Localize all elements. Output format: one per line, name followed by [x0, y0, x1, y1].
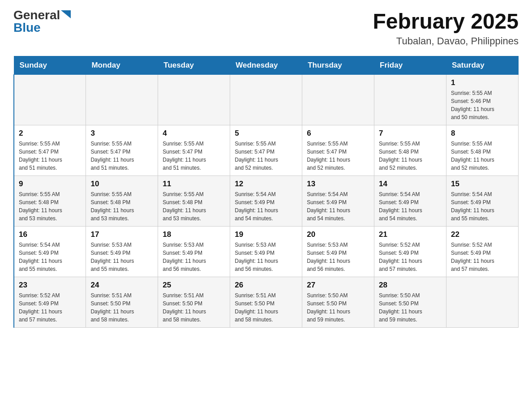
day-info: Sunrise: 5:51 AM Sunset: 5:50 PM Dayligh… — [90, 291, 153, 324]
day-number: 23 — [19, 281, 81, 290]
calendar-cell: 2Sunrise: 5:55 AM Sunset: 5:47 PM Daylig… — [14, 125, 86, 176]
page-header: General Blue February 2025 Tubalan, Dava… — [13, 9, 519, 47]
day-number: 28 — [379, 281, 442, 290]
day-info: Sunrise: 5:55 AM Sunset: 5:47 PM Dayligh… — [235, 140, 297, 172]
day-number: 2 — [19, 129, 81, 138]
day-number: 7 — [379, 129, 442, 138]
day-number: 11 — [163, 180, 225, 188]
location-title: Tubalan, Davao, Philippines — [373, 35, 519, 47]
day-info: Sunrise: 5:54 AM Sunset: 5:49 PM Dayligh… — [307, 190, 369, 223]
day-info: Sunrise: 5:55 AM Sunset: 5:48 PM Dayligh… — [451, 140, 514, 172]
weekday-header-saturday: Saturday — [446, 56, 519, 75]
day-number: 1 — [451, 78, 514, 87]
day-info: Sunrise: 5:54 AM Sunset: 5:49 PM Dayligh… — [19, 241, 81, 273]
weekday-header-monday: Monday — [86, 56, 158, 75]
day-info: Sunrise: 5:55 AM Sunset: 5:48 PM Dayligh… — [90, 190, 153, 223]
calendar-cell: 3Sunrise: 5:55 AM Sunset: 5:47 PM Daylig… — [86, 125, 158, 176]
day-number: 14 — [379, 180, 442, 188]
day-number: 20 — [307, 230, 369, 239]
weekday-header-sunday: Sunday — [14, 56, 86, 75]
calendar-cell: 17Sunrise: 5:53 AM Sunset: 5:49 PM Dayli… — [86, 227, 158, 277]
week-row-2: 2Sunrise: 5:55 AM Sunset: 5:47 PM Daylig… — [14, 125, 519, 176]
week-row-4: 16Sunrise: 5:54 AM Sunset: 5:49 PM Dayli… — [14, 227, 519, 277]
calendar-cell — [302, 75, 374, 125]
calendar-cell: 4Sunrise: 5:55 AM Sunset: 5:47 PM Daylig… — [158, 125, 230, 176]
day-info: Sunrise: 5:51 AM Sunset: 5:50 PM Dayligh… — [163, 291, 225, 324]
day-number: 9 — [19, 180, 81, 188]
svg-marker-0 — [61, 10, 71, 18]
calendar-cell: 23Sunrise: 5:52 AM Sunset: 5:49 PM Dayli… — [14, 277, 86, 328]
calendar-cell — [374, 75, 446, 125]
weekday-header-wednesday: Wednesday — [230, 56, 302, 75]
day-number: 27 — [307, 281, 369, 290]
week-row-5: 23Sunrise: 5:52 AM Sunset: 5:49 PM Dayli… — [14, 277, 519, 328]
day-number: 12 — [235, 180, 297, 188]
calendar-cell: 15Sunrise: 5:54 AM Sunset: 5:49 PM Dayli… — [446, 176, 519, 227]
calendar-cell: 14Sunrise: 5:54 AM Sunset: 5:49 PM Dayli… — [374, 176, 446, 227]
day-number: 24 — [90, 281, 153, 290]
day-number: 16 — [19, 230, 81, 239]
calendar-cell: 24Sunrise: 5:51 AM Sunset: 5:50 PM Dayli… — [86, 277, 158, 328]
day-number: 21 — [379, 230, 442, 239]
calendar-cell: 6Sunrise: 5:55 AM Sunset: 5:47 PM Daylig… — [302, 125, 374, 176]
calendar-cell: 20Sunrise: 5:53 AM Sunset: 5:49 PM Dayli… — [302, 227, 374, 277]
day-info: Sunrise: 5:54 AM Sunset: 5:49 PM Dayligh… — [235, 190, 297, 223]
calendar-cell — [86, 75, 158, 125]
day-number: 17 — [90, 230, 153, 239]
calendar-table: SundayMondayTuesdayWednesdayThursdayFrid… — [13, 56, 519, 328]
day-info: Sunrise: 5:55 AM Sunset: 5:48 PM Dayligh… — [379, 140, 442, 172]
day-info: Sunrise: 5:52 AM Sunset: 5:49 PM Dayligh… — [451, 241, 514, 273]
day-number: 13 — [307, 180, 369, 188]
logo-blue-text: Blue — [13, 21, 41, 34]
day-number: 19 — [235, 230, 297, 239]
day-number: 4 — [163, 129, 225, 138]
day-info: Sunrise: 5:53 AM Sunset: 5:49 PM Dayligh… — [307, 241, 369, 273]
day-number: 8 — [451, 129, 514, 138]
day-info: Sunrise: 5:54 AM Sunset: 5:49 PM Dayligh… — [379, 190, 442, 223]
day-number: 22 — [451, 230, 514, 239]
calendar-cell: 18Sunrise: 5:53 AM Sunset: 5:49 PM Dayli… — [158, 227, 230, 277]
calendar-cell: 16Sunrise: 5:54 AM Sunset: 5:49 PM Dayli… — [14, 227, 86, 277]
weekday-header-friday: Friday — [374, 56, 446, 75]
calendar-cell: 5Sunrise: 5:55 AM Sunset: 5:47 PM Daylig… — [230, 125, 302, 176]
calendar-cell — [446, 277, 519, 328]
day-info: Sunrise: 5:55 AM Sunset: 5:47 PM Dayligh… — [163, 140, 225, 172]
day-number: 15 — [451, 180, 514, 188]
calendar-cell: 25Sunrise: 5:51 AM Sunset: 5:50 PM Dayli… — [158, 277, 230, 328]
calendar-cell — [230, 75, 302, 125]
calendar-cell: 12Sunrise: 5:54 AM Sunset: 5:49 PM Dayli… — [230, 176, 302, 227]
month-title: February 2025 — [373, 9, 519, 34]
day-info: Sunrise: 5:53 AM Sunset: 5:49 PM Dayligh… — [235, 241, 297, 273]
week-row-1: 1Sunrise: 5:55 AM Sunset: 5:46 PM Daylig… — [14, 75, 519, 125]
logo: General Blue — [13, 9, 71, 34]
day-info: Sunrise: 5:55 AM Sunset: 5:46 PM Dayligh… — [451, 89, 514, 121]
day-number: 6 — [307, 129, 369, 138]
calendar-cell: 9Sunrise: 5:55 AM Sunset: 5:48 PM Daylig… — [14, 176, 86, 227]
weekday-header-tuesday: Tuesday — [158, 56, 230, 75]
calendar-cell: 21Sunrise: 5:52 AM Sunset: 5:49 PM Dayli… — [374, 227, 446, 277]
week-row-3: 9Sunrise: 5:55 AM Sunset: 5:48 PM Daylig… — [14, 176, 519, 227]
day-number: 3 — [90, 129, 153, 138]
calendar-cell: 8Sunrise: 5:55 AM Sunset: 5:48 PM Daylig… — [446, 125, 519, 176]
logo-general-text: General — [13, 9, 60, 21]
day-info: Sunrise: 5:52 AM Sunset: 5:49 PM Dayligh… — [379, 241, 442, 273]
day-info: Sunrise: 5:55 AM Sunset: 5:48 PM Dayligh… — [163, 190, 225, 223]
day-info: Sunrise: 5:53 AM Sunset: 5:49 PM Dayligh… — [163, 241, 225, 273]
weekday-header-thursday: Thursday — [302, 56, 374, 75]
day-info: Sunrise: 5:55 AM Sunset: 5:47 PM Dayligh… — [307, 140, 369, 172]
day-info: Sunrise: 5:53 AM Sunset: 5:49 PM Dayligh… — [90, 241, 153, 273]
calendar-cell: 1Sunrise: 5:55 AM Sunset: 5:46 PM Daylig… — [446, 75, 519, 125]
day-number: 18 — [163, 230, 225, 239]
day-number: 5 — [235, 129, 297, 138]
day-info: Sunrise: 5:50 AM Sunset: 5:50 PM Dayligh… — [307, 291, 369, 324]
day-info: Sunrise: 5:52 AM Sunset: 5:49 PM Dayligh… — [19, 291, 81, 324]
day-number: 10 — [90, 180, 153, 188]
calendar-cell: 26Sunrise: 5:51 AM Sunset: 5:50 PM Dayli… — [230, 277, 302, 328]
calendar-cell: 7Sunrise: 5:55 AM Sunset: 5:48 PM Daylig… — [374, 125, 446, 176]
calendar-cell: 10Sunrise: 5:55 AM Sunset: 5:48 PM Dayli… — [86, 176, 158, 227]
calendar-cell — [158, 75, 230, 125]
calendar-cell: 11Sunrise: 5:55 AM Sunset: 5:48 PM Dayli… — [158, 176, 230, 227]
calendar-cell: 19Sunrise: 5:53 AM Sunset: 5:49 PM Dayli… — [230, 227, 302, 277]
day-info: Sunrise: 5:54 AM Sunset: 5:49 PM Dayligh… — [451, 190, 514, 223]
day-info: Sunrise: 5:50 AM Sunset: 5:50 PM Dayligh… — [379, 291, 442, 324]
